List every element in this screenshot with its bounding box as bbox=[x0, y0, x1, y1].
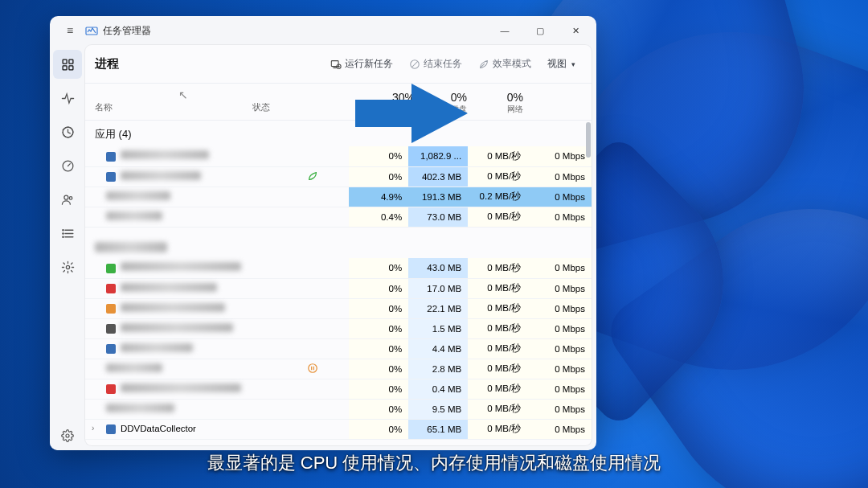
efficiency-leaf-icon bbox=[307, 170, 318, 182]
nav-services[interactable] bbox=[53, 252, 82, 281]
table-row[interactable]: 0%1,082.9 ...0 MB/秒0 Mbps bbox=[85, 146, 592, 166]
nav-details[interactable] bbox=[53, 219, 82, 248]
svg-rect-4 bbox=[68, 65, 72, 69]
table-row bbox=[85, 238, 592, 258]
svg-point-17 bbox=[66, 434, 69, 437]
group-apps: 应用 (4) bbox=[85, 121, 592, 146]
column-headers[interactable]: ↖名称 状态 30%内存 0%磁盘 0%网络 bbox=[85, 84, 592, 121]
svg-point-14 bbox=[62, 232, 63, 233]
svg-line-7 bbox=[68, 163, 70, 166]
table-row[interactable]: 0%22.1 MB0 MB/秒0 Mbps bbox=[85, 298, 592, 318]
table-row bbox=[85, 227, 592, 238]
table-row[interactable]: 0%1.5 MB0 MB/秒0 Mbps bbox=[85, 318, 592, 338]
header-cpu bbox=[317, 84, 369, 120]
table-row[interactable]: ›DDVDataCollector0%65.1 MB0 MB/秒0 Mbps bbox=[85, 419, 592, 439]
svg-rect-2 bbox=[68, 59, 72, 64]
chevron-down-icon: ▾ bbox=[571, 60, 575, 68]
table-row[interactable]: 0.4%73.0 MB0 MB/秒0 Mbps bbox=[85, 207, 592, 227]
svg-point-25 bbox=[308, 363, 317, 372]
table-row[interactable]: 0%9.5 MB0 MB/秒0 Mbps bbox=[85, 399, 592, 419]
end-task-button[interactable]: 结束任务 bbox=[403, 54, 469, 74]
table-row[interactable]: 0%2.8 MB0 MB/秒0 Mbps bbox=[85, 359, 592, 379]
header-name: ↖名称 bbox=[85, 84, 252, 120]
maximize-button[interactable]: ▢ bbox=[522, 18, 558, 43]
leaf-icon bbox=[478, 59, 489, 70]
end-task-icon bbox=[409, 59, 420, 70]
minimize-button[interactable]: — bbox=[487, 18, 522, 43]
nav-history[interactable] bbox=[53, 117, 82, 146]
nav-rail bbox=[50, 45, 85, 450]
titlebar[interactable]: ≡ 任务管理器 — ▢ ✕ bbox=[50, 16, 596, 45]
nav-settings[interactable] bbox=[53, 421, 82, 450]
page-title: 进程 bbox=[95, 56, 119, 72]
hamburger-icon[interactable]: ≡ bbox=[59, 24, 80, 37]
cursor-icon: ↖ bbox=[178, 88, 188, 101]
efficiency-mode-button[interactable]: 效率模式 bbox=[472, 54, 538, 74]
svg-point-16 bbox=[66, 265, 69, 269]
table-row[interactable]: 0%4.4 MB0 MB/秒0 Mbps bbox=[85, 338, 592, 359]
header-network: 0%网络 bbox=[473, 84, 530, 120]
svg-rect-3 bbox=[63, 65, 67, 69]
svg-point-13 bbox=[62, 229, 63, 230]
header-disk: 0%磁盘 bbox=[421, 84, 473, 120]
task-manager-window: ≡ 任务管理器 — ▢ ✕ 进程 运行新任务 bbox=[50, 16, 596, 450]
header-status: 状态 bbox=[252, 84, 317, 120]
close-button[interactable]: ✕ bbox=[558, 18, 593, 43]
process-list[interactable]: 应用 (4) 0%1,082.9 ...0 MB/秒0 Mbps0%402.3 … bbox=[85, 121, 592, 445]
svg-rect-0 bbox=[86, 27, 97, 35]
svg-rect-18 bbox=[331, 60, 338, 66]
svg-line-24 bbox=[412, 61, 418, 67]
toolbar: 进程 运行新任务 结束任务 效率模式 视图▾ bbox=[85, 45, 592, 84]
svg-point-9 bbox=[69, 196, 72, 199]
view-dropdown[interactable]: 视图▾ bbox=[541, 54, 582, 74]
svg-point-8 bbox=[63, 195, 68, 199]
expand-icon[interactable]: › bbox=[92, 424, 94, 433]
run-task-icon bbox=[330, 59, 342, 70]
table-row[interactable]: 0%0.4 MB0 MB/秒0 Mbps bbox=[85, 379, 592, 399]
table-row[interactable]: 0%43.0 MB0 MB/秒0 Mbps bbox=[85, 258, 592, 278]
run-new-task-button[interactable]: 运行新任务 bbox=[324, 54, 399, 74]
window-title: 任务管理器 bbox=[103, 24, 151, 38]
table-row[interactable]: 4.9%191.3 MB0.2 MB/秒0 Mbps bbox=[85, 187, 592, 207]
nav-processes[interactable] bbox=[53, 50, 82, 79]
nav-startup[interactable] bbox=[53, 151, 82, 180]
table-row[interactable]: 0%402.3 MB0 MB/秒0 Mbps bbox=[85, 166, 592, 187]
suspended-icon bbox=[307, 363, 318, 374]
svg-point-15 bbox=[62, 236, 63, 237]
svg-rect-1 bbox=[63, 59, 67, 64]
table-row[interactable]: 0%17.0 MB0 MB/秒0 Mbps bbox=[85, 278, 592, 298]
nav-users[interactable] bbox=[53, 185, 82, 214]
scrollbar-thumb[interactable] bbox=[586, 122, 591, 158]
app-icon bbox=[85, 24, 98, 37]
content-pane: 进程 运行新任务 结束任务 效率模式 视图▾ bbox=[85, 45, 592, 445]
header-memory: 30%内存 bbox=[369, 84, 421, 120]
nav-performance[interactable] bbox=[53, 84, 82, 113]
